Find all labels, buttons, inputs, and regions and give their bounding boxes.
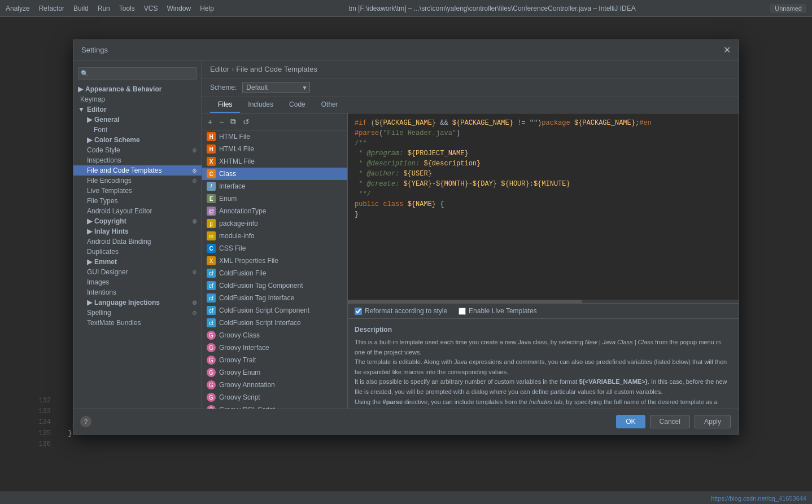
settings-icon: ⚙ [192,218,197,225]
file-item-html4[interactable]: H HTML4 File [202,143,347,155]
file-item-label: ColdFusion Script Component [219,306,309,314]
file-item-package-info[interactable]: p package-info [202,217,347,230]
reset-template-button[interactable]: ↺ [241,116,252,128]
sidebar-item-textmate[interactable]: TextMate Bundles [73,318,202,328]
sidebar-item-editor[interactable]: ▼ Editor [73,104,202,115]
file-item-groovy-iface[interactable]: G Groovy Interface [202,341,347,354]
copy-template-button[interactable]: ⧉ [228,116,238,128]
tab-includes[interactable]: Includes [240,97,281,113]
ok-button[interactable]: OK [616,415,645,428]
file-item-label: Class [219,170,236,178]
sidebar-item-duplicates[interactable]: Duplicates [73,247,202,257]
sidebar-item-appearance[interactable]: ▶ Appearance & Behavior [73,84,202,94]
file-item-css[interactable]: C CSS File [202,242,347,255]
search-input[interactable] [78,67,197,80]
sidebar-item-file-code-templates[interactable]: File and Code Templates ⚙ [73,165,202,176]
sidebar-item-general[interactable]: ▶ General [73,115,202,125]
add-template-button[interactable]: + [206,116,215,128]
apply-button[interactable]: Apply [695,415,731,428]
file-item-cf-script-iface[interactable]: cf ColdFusion Script Interface [202,317,347,329]
menu-help[interactable]: Help [200,5,214,12]
scheme-label: Scheme: [210,84,237,91]
file-item-groovy-anno[interactable]: G Groovy Annotation [202,379,347,391]
sidebar-item-copyright[interactable]: ▶ Copyright ⚙ [73,216,202,226]
sidebar-label: File Types [87,197,117,205]
file-item-groovy-class[interactable]: G Groovy Class [202,329,347,341]
sidebar-item-color-scheme[interactable]: ▶ Color Scheme [73,135,202,145]
menu-refactor[interactable]: Refactor [39,5,64,12]
code-line-5: * @description: ${description} [355,159,732,169]
file-item-label: XHTML File [219,157,255,165]
menu-analyze[interactable]: Analyze [6,5,30,12]
sidebar-item-images[interactable]: Images [73,277,202,287]
live-templates-label: Enable Live Templates [469,307,537,315]
file-item-html[interactable]: H HTML File [202,130,347,143]
menu-run[interactable]: Run [98,5,110,12]
file-item-groovy-script[interactable]: G Groovy Script [202,391,347,404]
tab-code[interactable]: Code [281,97,313,113]
sidebar-item-intentions[interactable]: Intentions [73,287,202,297]
file-item-xml-props[interactable]: X XML Properties File [202,255,347,267]
code-line-9: public class ${NAME} { [355,199,732,209]
code-editor[interactable]: #if (${PACKAGE_NAME} && ${PACKAGE_NAME} … [348,113,739,300]
cancel-button[interactable]: Cancel [650,415,690,428]
status-url: https://blog.csdn.net/qq_41653644 [711,495,806,502]
sidebar-item-gui-designer[interactable]: GUI Designer ⚙ [73,267,202,277]
file-item-coldfusion[interactable]: cf ColdFusion File [202,267,347,279]
sidebar-search-container: 🔍 [78,67,197,80]
cf-script-comp-icon: cf [207,306,216,315]
menu-vcs[interactable]: VCS [144,5,158,12]
sidebar-item-emmet[interactable]: ▶ Emmet [73,257,202,267]
reformat-checkbox-label[interactable]: Reformat according to style [355,307,447,315]
file-item-label: ColdFusion File [219,269,266,277]
sidebar-item-language-injections[interactable]: ▶ Language Injections ⚙ [73,297,202,308]
sidebar-item-code-style[interactable]: Code Style ⚙ [73,145,202,155]
live-templates-checkbox[interactable] [459,308,466,315]
dialog-footer: OK Cancel Apply [73,409,739,434]
reformat-checkbox[interactable] [355,308,362,315]
menu-tools[interactable]: Tools [119,5,135,12]
file-item-label: ColdFusion Tag Component [219,282,303,290]
sidebar-item-spelling[interactable]: Spelling ⚙ [73,308,202,318]
scheme-select[interactable]: Default Project [242,82,310,93]
sidebar-item-font[interactable]: Font [73,125,202,135]
file-item-interface[interactable]: I Interface [202,180,347,192]
menu-build[interactable]: Build [73,5,89,12]
file-item-enum[interactable]: E Enum [202,192,347,205]
sidebar-item-android-layout[interactable]: Android Layout Editor [73,206,202,216]
file-item-groovy-trait[interactable]: G Groovy Trait [202,354,347,366]
description-text: This is a built-in template used each ti… [355,338,732,409]
arrow-right-icon: ▶ [87,136,92,144]
breadcrumb: Editor › File and Code Templates [202,60,739,78]
breadcrumb-separator: › [232,65,234,73]
tab-files[interactable]: Files [210,97,240,113]
file-item-label: HTML File [219,133,250,141]
sidebar-item-file-types[interactable]: File Types [73,196,202,206]
live-templates-checkbox-label[interactable]: Enable Live Templates [459,307,537,315]
dialog-close-button[interactable]: ✕ [723,46,731,55]
file-item-cf-tag-comp[interactable]: cf ColdFusion Tag Component [202,279,347,292]
content-area: + − ⧉ ↺ H HTML File H [202,113,739,409]
window-controls[interactable]: Unnamed [770,4,806,13]
sidebar-item-file-encodings[interactable]: File Encodings ⚙ [73,176,202,186]
tab-other[interactable]: Other [313,97,346,113]
file-item-xhtml[interactable]: X XHTML File [202,155,347,168]
file-item-label: Groovy Annotation [219,381,275,389]
sidebar-item-android-data-binding[interactable]: Android Data Binding [73,236,202,247]
menu-window[interactable]: Window [167,5,191,12]
file-item-groovy-enum[interactable]: G Groovy Enum [202,366,347,379]
sidebar-item-keymap[interactable]: Keymap [73,94,202,104]
file-item-annotation[interactable]: @ AnnotationType [202,205,347,217]
file-item-label: Groovy Class [219,331,260,339]
file-item-module-info[interactable]: m module-info [202,230,347,242]
settings-icon: ⚙ [192,310,197,316]
remove-template-button[interactable]: − [217,116,226,128]
file-item-class[interactable]: C Class [202,168,347,180]
sidebar-item-live-templates[interactable]: Live Templates [73,186,202,196]
file-item-cf-script-comp[interactable]: cf ColdFusion Script Component [202,304,347,317]
sidebar-item-inlay-hints[interactable]: ▶ Inlay Hints [73,226,202,236]
sidebar-item-inspections[interactable]: Inspections [73,155,202,165]
menu-bar[interactable]: Analyze Refactor Build Run Tools VCS Win… [6,5,214,12]
file-item-cf-tag-iface[interactable]: cf ColdFusion Tag Interface [202,292,347,304]
file-item-groovy-dsl[interactable]: G Groovy DSL Script [202,404,347,409]
